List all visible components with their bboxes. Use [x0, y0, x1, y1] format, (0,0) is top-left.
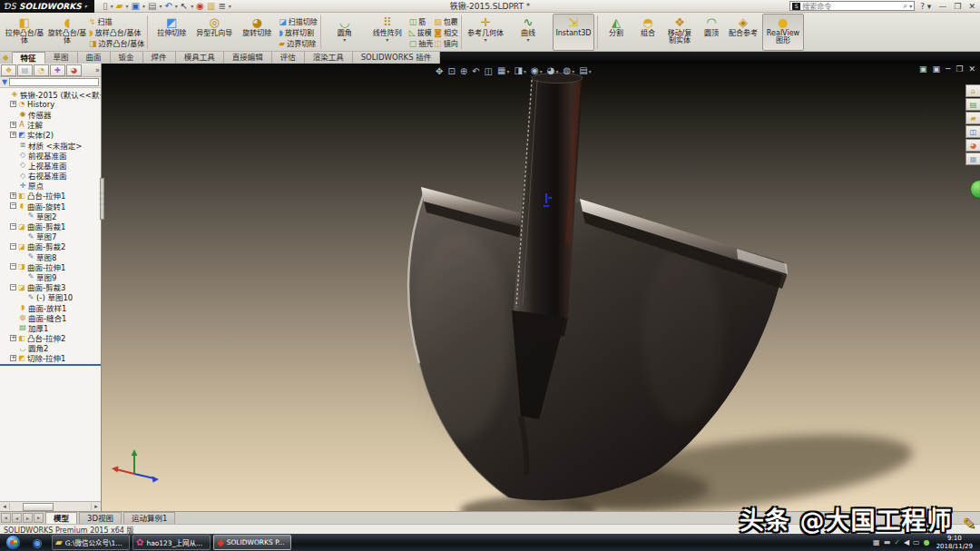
security-icon[interactable]: ● [924, 538, 930, 546]
doc-window-icon[interactable]: ▣ [932, 64, 940, 74]
dropdown-caret-icon[interactable]: ▾ [229, 3, 231, 9]
doc-menu-icon[interactable]: ▣ [919, 64, 927, 74]
ribbon-button-curves[interactable]: ∿曲线▾ [507, 14, 549, 51]
antivirus-icon[interactable]: ✓ [894, 538, 900, 546]
dropdown-caret-icon[interactable]: ▾ [526, 37, 529, 42]
ribbon-button-mirror[interactable]: ◫镜向 [434, 38, 458, 48]
tree-item[interactable]: +◔History [0, 99, 101, 109]
ribbon-button-combine[interactable]: ◓组合 [632, 14, 663, 51]
network-icon[interactable]: ▭ [913, 538, 920, 546]
tab-焊件[interactable]: 焊件 [143, 52, 176, 64]
collapse-minus-icon[interactable]: − [10, 202, 16, 209]
tree-item[interactable]: ▤加厚1 [0, 322, 101, 332]
taskpane-file-explorer-tab[interactable]: ▰ [965, 112, 980, 124]
tab-SOLIDWORKS 插件[interactable]: SOLIDWORKS 插件 [353, 52, 441, 64]
tree-item[interactable]: ≣材质 <未指定> [0, 140, 101, 150]
dropdown-caret-icon[interactable]: ▾ [524, 68, 526, 74]
tab-直接编辑[interactable]: 直接编辑 [224, 52, 272, 64]
qat-select-cursor-button[interactable]: ↖ [180, 1, 189, 11]
dropdown-caret-icon[interactable]: ▾ [386, 37, 388, 42]
tree-item[interactable]: ◈铁锹-2015 (默认<<默认>_显示状态 [0, 89, 101, 99]
tab-特征[interactable]: 特征 [13, 52, 45, 64]
headsup-zoom-fit-button[interactable]: ⊡ [447, 65, 455, 78]
tree-item[interactable]: +◧凸台-拉伸2 [0, 333, 101, 343]
tree-item[interactable]: +◩实体(2) [0, 130, 101, 140]
fm-tab-propertymanager[interactable]: ▤ [17, 64, 33, 76]
qat-file-properties-button[interactable]: ▥ [206, 1, 216, 11]
search-caret-icon[interactable]: ▾ [909, 3, 912, 9]
ribbon-button-extruded-cut[interactable]: ◩拉伸切除 [151, 14, 192, 51]
dropdown-caret-icon[interactable]: ▾ [343, 37, 346, 42]
dropdown-caret-icon[interactable]: ▾ [111, 3, 113, 9]
tab-曲面[interactable]: 曲面 [78, 52, 111, 64]
ribbon-button-lofted-cut[interactable]: ◗放样切割 [279, 27, 318, 37]
ribbon-button-instant3d[interactable]: ⇲Instant3D [553, 14, 594, 51]
dropdown-caret-icon[interactable]: ▾ [506, 68, 509, 74]
dropdown-caret-icon[interactable]: ▾ [572, 68, 574, 74]
ribbon-button-fillet[interactable]: ◡圆角▾ [324, 14, 366, 51]
qat-print-button[interactable]: ▤ [147, 1, 157, 11]
qat-save-button[interactable]: ▣ [131, 1, 141, 11]
doc-tab-模型[interactable]: 模型 [45, 512, 77, 524]
start-button[interactable] [5, 535, 21, 550]
tree-item[interactable]: +◩切除-拉伸1 [0, 353, 101, 363]
tab-模具工具[interactable]: 模具工具 [176, 52, 224, 64]
tree-horizontal-scrollbar[interactable]: ◂ ▸ [0, 501, 101, 511]
ribbon-button-linear-pattern[interactable]: ⠿线性阵列▾ [367, 14, 408, 51]
search-icon[interactable]: ⌕ [903, 1, 907, 11]
headsup-apply-scene-button[interactable]: ◍▾ [563, 64, 574, 78]
headsup-view-orientation-button[interactable]: ▦▾ [497, 64, 509, 78]
scroll-thumb[interactable] [23, 503, 54, 511]
doc-restore-button[interactable]: ❐ [956, 64, 963, 74]
tab-草图[interactable]: 草图 [45, 52, 78, 64]
tree-item[interactable]: ◉传感器 [0, 109, 101, 119]
ribbon-button-rib[interactable]: ◫筋 [409, 16, 434, 26]
taskbar-app-hao123-window[interactable]: ✿hao123_上网从... [132, 535, 211, 550]
collapse-minus-icon[interactable]: − [10, 263, 16, 270]
headsup-zoom-area-button[interactable]: ⊕ [460, 65, 467, 78]
fm-tab-dimxpert[interactable]: ✚ [50, 64, 65, 76]
doc-tab-3D视图[interactable]: 3D视图 [79, 512, 122, 524]
tree-item[interactable]: −◪曲面-剪裁1 [0, 221, 101, 231]
fm-overflow-chevron[interactable]: » [95, 66, 100, 74]
dropdown-caret-icon[interactable]: ▾ [175, 3, 178, 9]
taskbar-app-solidworks-window[interactable]: ◆SOLIDWORKS P... [213, 535, 291, 550]
taskbar-clock[interactable]: 9:10 2018/11/29 [934, 535, 975, 551]
ribbon-button-boundary-boss[interactable]: ◨边界凸台/基体 [89, 38, 144, 48]
command-search[interactable]: S 搜索命令 ⌕ ▾ [789, 1, 915, 11]
volume-icon[interactable]: ◀ [904, 538, 909, 546]
taskpane-view-palette-tab[interactable]: ◫ [965, 125, 980, 138]
dropdown-caret-icon[interactable]: ▾ [540, 68, 543, 74]
taskbar-app-folder-window[interactable]: ▰G:\微信公众号\1... [52, 535, 130, 550]
expand-plus-icon[interactable]: + [10, 101, 16, 107]
ribbon-button-revolved-boss[interactable]: ◖旋转凸台/基体 [46, 14, 88, 51]
dropdown-caret-icon[interactable]: ▾ [142, 3, 145, 9]
qat-new-file-button[interactable]: ▯ [102, 1, 109, 11]
qat-undo-button[interactable]: ↶ [163, 1, 172, 11]
tree-item[interactable]: ◇上视基准面 [0, 160, 101, 170]
collapse-minus-icon[interactable]: − [10, 223, 16, 230]
tree-item[interactable]: ✎草图2 [0, 211, 101, 221]
headsup-view-settings-button[interactable]: ▤▾ [579, 64, 591, 78]
tree-item[interactable]: ✎(-) 草图10 [0, 292, 101, 302]
ime-icon[interactable]: ▦ [873, 538, 880, 546]
graphics-viewport[interactable]: ✥⊡⊕↶◫▦▾◨▾◉▾◕▾◍▾▤▾ ▣▣─❐✕ ⌂▤▰◫◕▦ [102, 64, 980, 511]
dropdown-caret-icon[interactable]: ▾ [484, 37, 486, 42]
dropdown-caret-icon[interactable]: ▾ [126, 3, 129, 9]
ribbon-button-move-copy-body[interactable]: ❖移动/复制实体 [664, 14, 695, 51]
doc-tab-nav-1[interactable]: ◂ [12, 513, 22, 523]
panel-splitter-grip[interactable]: ⋮⋮⋮ [100, 178, 104, 220]
ribbon-button-swept-boss[interactable]: ↯扫描 [89, 16, 144, 26]
tab-钣金[interactable]: 钣金 [111, 52, 143, 64]
minimize-button[interactable]: — [936, 2, 948, 11]
tree-item[interactable]: ✎草图8 [0, 251, 101, 261]
qat-open-file-button[interactable]: ▰ [115, 1, 124, 11]
tree-item[interactable]: ✎草图9 [0, 271, 101, 281]
tree-item[interactable]: ◗曲面-放样1 [0, 302, 101, 312]
headsup-previous-view-button[interactable]: ↶ [472, 65, 479, 78]
ribbon-button-hole-wizard[interactable]: ◎异型孔向导 [193, 14, 235, 51]
rollback-bar[interactable] [0, 364, 101, 366]
headsup-hide-show-items-button[interactable]: ◉▾ [531, 64, 543, 78]
tree-item[interactable]: +◧凸台-拉伸1 [0, 191, 101, 201]
ribbon-button-reference-geometry[interactable]: ✛参考几何体▾ [465, 14, 506, 51]
